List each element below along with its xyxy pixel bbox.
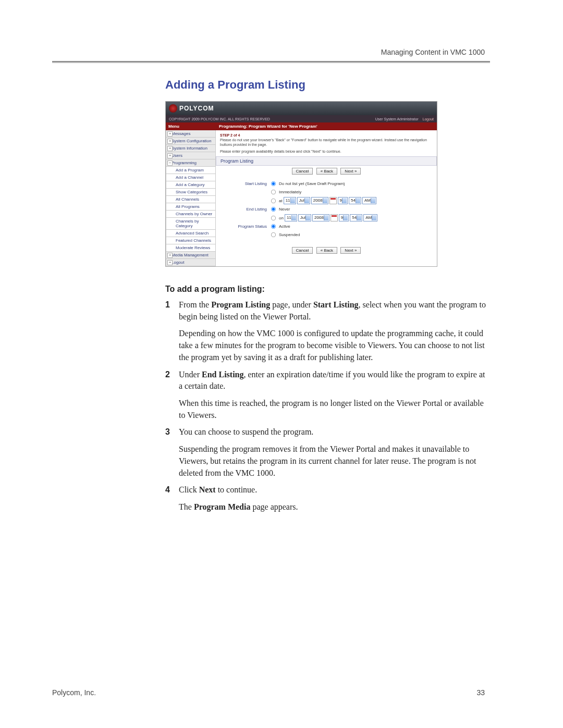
user-label: User bbox=[375, 117, 383, 121]
end-on-text: on bbox=[279, 216, 284, 220]
text: You can choose to suspend the program. bbox=[179, 426, 490, 438]
next-button[interactable]: Next » bbox=[340, 168, 361, 175]
sidebar-item-programming[interactable]: Programming bbox=[166, 159, 216, 167]
end-min-select[interactable]: 54 bbox=[350, 214, 362, 221]
back-button[interactable]: « Back bbox=[316, 168, 337, 175]
step-number: 2 bbox=[165, 369, 170, 381]
app-subheader: COPYRIGHT 2009 POLYCOM INC. ALL RIGHTS R… bbox=[166, 115, 437, 122]
calendar-icon[interactable] bbox=[329, 197, 337, 204]
wizard-instruction: Please enter program availability detail… bbox=[220, 149, 433, 154]
end-year-select[interactable]: 2008 bbox=[312, 214, 329, 221]
cancel-button[interactable]: Cancel bbox=[292, 168, 313, 175]
page-title: Adding a Program Listing bbox=[165, 78, 490, 92]
brand-text: POLYCOM bbox=[179, 105, 214, 112]
running-header: Managing Content in VMC 1000 bbox=[381, 48, 485, 56]
start-month-select[interactable]: Jul bbox=[297, 197, 310, 204]
cancel-button[interactable]: Cancel bbox=[292, 247, 313, 254]
status-suspended-radio[interactable] bbox=[271, 232, 276, 237]
text: Depending on how the VMC 1000 is configu… bbox=[179, 328, 490, 363]
sidebar-item-all-channels[interactable]: All Channels bbox=[166, 196, 216, 203]
end-never-text: Never bbox=[279, 207, 290, 212]
wizard-main: Programming: Program Wizard for 'New Pro… bbox=[216, 122, 437, 266]
sidebar-item-system-config[interactable]: System Configuration bbox=[166, 138, 216, 145]
sidebar-item-messages[interactable]: Messages bbox=[166, 130, 216, 138]
app-header: POLYCOM bbox=[166, 102, 437, 115]
calendar-icon[interactable] bbox=[331, 214, 338, 221]
start-immediate-text: Immediately bbox=[279, 190, 301, 194]
sidebar-item-add-category[interactable]: Add a Category bbox=[166, 181, 216, 189]
text: Click bbox=[179, 485, 199, 494]
end-on-radio[interactable] bbox=[271, 216, 276, 220]
start-year-select[interactable]: 2008 bbox=[311, 197, 328, 204]
end-never-radio[interactable] bbox=[271, 207, 276, 212]
start-immediate-radio[interactable] bbox=[271, 190, 276, 194]
start-ampm-select[interactable]: AM bbox=[362, 197, 376, 204]
end-day-select[interactable]: 11 bbox=[285, 214, 297, 221]
button-row-bottom: Cancel « Back Next » bbox=[216, 245, 437, 256]
text: End Listing bbox=[202, 370, 243, 379]
step-2: 2 Under End Listing, enter an expiration… bbox=[165, 369, 490, 422]
sidebar-item-media-mgmt[interactable]: Media Management bbox=[166, 252, 216, 259]
sidebar-item-users[interactable]: Users bbox=[166, 152, 216, 159]
start-day-select[interactable]: 11 bbox=[284, 197, 296, 204]
next-button[interactable]: Next » bbox=[340, 247, 361, 254]
wizard-warning: Please do not use your browser's "Back" … bbox=[220, 138, 433, 147]
sidebar-item-show-categories[interactable]: Show Categories bbox=[166, 189, 216, 196]
wizard-header: Programming: Program Wizard for 'New Pro… bbox=[216, 122, 437, 130]
sidebar-item-channels-by-owner[interactable]: Channels by Owner bbox=[166, 211, 216, 218]
procedure-heading: To add a program listing: bbox=[165, 285, 490, 294]
page: Managing Content in VMC 1000 Adding a Pr… bbox=[0, 0, 563, 728]
text: Next bbox=[199, 485, 216, 494]
page-number: 33 bbox=[476, 688, 485, 697]
end-listing-label: End Listing bbox=[220, 207, 270, 212]
start-min-select[interactable]: 54 bbox=[349, 197, 361, 204]
sidebar-item-moderate-reviews[interactable]: Moderate Reviews bbox=[166, 244, 216, 252]
sidebar: Menu Messages System Configuration Syste… bbox=[166, 122, 216, 266]
sidebar-item-channels-by-category[interactable]: Channels by Category bbox=[166, 218, 216, 230]
logout-link[interactable]: Logout bbox=[423, 117, 434, 121]
sidebar-item-featured-channels[interactable]: Featured Channels bbox=[166, 237, 216, 244]
user-name: System Administrator bbox=[384, 117, 418, 121]
menu-header: Menu bbox=[166, 122, 216, 130]
text: Start Listing bbox=[313, 300, 359, 309]
sidebar-item-logout[interactable]: Logout bbox=[166, 259, 216, 266]
app-screenshot: POLYCOM COPYRIGHT 2009 POLYCOM INC. ALL … bbox=[165, 101, 437, 267]
text: page appears. bbox=[250, 502, 298, 511]
start-at-text: at bbox=[279, 199, 283, 203]
text: Program Media bbox=[194, 502, 251, 511]
end-month-select[interactable]: Jul bbox=[298, 214, 311, 221]
polycom-logo-icon bbox=[169, 104, 177, 113]
content-column: Adding a Program Listing POLYCOM COPYRIG… bbox=[165, 73, 490, 519]
text: page, under bbox=[270, 300, 313, 309]
back-button[interactable]: « Back bbox=[316, 247, 337, 254]
start-draft-text: Do not list yet (Save Draft Program) bbox=[279, 181, 345, 186]
step-3: 3 You can choose to suspend the program.… bbox=[165, 426, 490, 479]
status-active-text: Active bbox=[279, 224, 290, 229]
sidebar-item-add-channel[interactable]: Add a Channel bbox=[166, 174, 216, 181]
sidebar-item-all-programs[interactable]: All Programs bbox=[166, 203, 216, 211]
text: Suspending the program removes it from t… bbox=[179, 443, 490, 479]
step-4: 4 Click Next to continue. The Program Me… bbox=[165, 484, 490, 513]
text: When this time is reached, the program i… bbox=[179, 398, 490, 421]
start-hour-select[interactable]: 9 bbox=[338, 197, 348, 204]
start-listing-label: Start Listing bbox=[220, 181, 270, 186]
start-at-radio[interactable] bbox=[271, 199, 276, 203]
copyright-text: COPYRIGHT 2009 POLYCOM INC. ALL RIGHTS R… bbox=[169, 117, 270, 121]
step-1: 1 From the Program Listing page, under S… bbox=[165, 299, 490, 364]
section-header: Program Listing bbox=[216, 156, 437, 166]
status-active-radio[interactable] bbox=[271, 224, 276, 229]
end-hour-select[interactable]: 9 bbox=[339, 214, 349, 221]
sidebar-item-system-info[interactable]: System Information bbox=[166, 145, 216, 152]
sidebar-item-add-program[interactable]: Add a Program bbox=[166, 167, 216, 174]
program-status-label: Program Status bbox=[220, 224, 270, 229]
step-number: 1 bbox=[165, 299, 170, 311]
wizard-step: STEP 2 of 4 bbox=[220, 133, 433, 138]
start-draft-radio[interactable] bbox=[271, 181, 276, 186]
step-number: 4 bbox=[165, 484, 170, 496]
sidebar-item-advanced-search[interactable]: Advanced Search bbox=[166, 230, 216, 237]
footer-left: Polycom, Inc. bbox=[52, 688, 96, 697]
end-ampm-select[interactable]: AM bbox=[363, 214, 377, 221]
status-suspended-text: Suspended bbox=[279, 232, 300, 237]
text: From the bbox=[179, 300, 211, 309]
text: Program Listing bbox=[211, 300, 270, 309]
